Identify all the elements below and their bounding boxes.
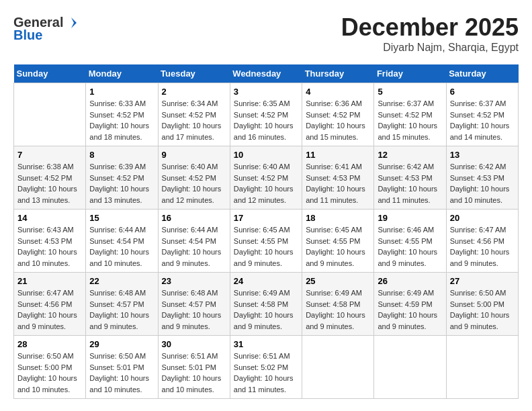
day-info: Sunrise: 6:43 AMSunset: 4:53 PMDaylight:… — [17, 224, 82, 269]
day-info: Sunrise: 6:51 AMSunset: 5:01 PMDaylight:… — [162, 351, 226, 395]
day-info: Sunrise: 6:45 AMSunset: 4:55 PMDaylight:… — [306, 224, 370, 269]
day-info: Sunrise: 6:33 AMSunset: 4:52 PMDaylight:… — [89, 98, 154, 142]
day-number: 13 — [450, 150, 515, 160]
day-number: 17 — [234, 213, 298, 223]
calendar-cell: 29Sunrise: 6:50 AMSunset: 5:01 PMDayligh… — [86, 336, 158, 399]
day-header-tuesday: Tuesday — [158, 64, 230, 83]
day-number: 26 — [378, 276, 442, 286]
day-info: Sunrise: 6:47 AMSunset: 4:56 PMDaylight:… — [450, 224, 515, 269]
calendar-cell: 23Sunrise: 6:48 AMSunset: 4:57 PMDayligh… — [158, 273, 230, 336]
day-info: Sunrise: 6:37 AMSunset: 4:52 PMDaylight:… — [378, 98, 442, 142]
calendar-cell: 16Sunrise: 6:44 AMSunset: 4:54 PMDayligh… — [158, 210, 230, 273]
calendar-cell: 24Sunrise: 6:49 AMSunset: 4:58 PMDayligh… — [230, 273, 302, 336]
day-number: 9 — [162, 150, 226, 160]
day-number: 18 — [306, 213, 370, 223]
day-info: Sunrise: 6:42 AMSunset: 4:53 PMDaylight:… — [450, 161, 515, 205]
calendar-cell: 30Sunrise: 6:51 AMSunset: 5:01 PMDayligh… — [158, 336, 230, 399]
calendar-cell — [14, 83, 86, 146]
calendar-cell: 22Sunrise: 6:48 AMSunset: 4:57 PMDayligh… — [86, 273, 158, 336]
day-number: 16 — [162, 213, 226, 223]
day-number: 24 — [234, 276, 298, 286]
day-info: Sunrise: 6:42 AMSunset: 4:53 PMDaylight:… — [378, 161, 442, 205]
day-number: 21 — [17, 276, 82, 286]
calendar-cell: 5Sunrise: 6:37 AMSunset: 4:52 PMDaylight… — [374, 83, 446, 146]
day-header-sunday: Sunday — [14, 64, 86, 83]
month-title: December 2025 — [341, 13, 519, 42]
calendar-week-row: 7Sunrise: 6:38 AMSunset: 4:52 PMDaylight… — [14, 146, 519, 210]
day-info: Sunrise: 6:47 AMSunset: 4:56 PMDaylight:… — [17, 287, 82, 332]
day-info: Sunrise: 6:36 AMSunset: 4:52 PMDaylight:… — [306, 98, 370, 142]
calendar-cell: 3Sunrise: 6:35 AMSunset: 4:52 PMDaylight… — [230, 83, 302, 146]
day-number: 19 — [378, 213, 442, 223]
day-info: Sunrise: 6:50 AMSunset: 5:00 PMDaylight:… — [450, 287, 515, 332]
day-number: 2 — [162, 87, 226, 97]
calendar-cell — [302, 336, 374, 399]
calendar-header-row: SundayMondayTuesdayWednesdayThursdayFrid… — [14, 64, 519, 83]
logo-bird-icon — [64, 16, 78, 30]
day-number: 29 — [89, 339, 154, 349]
day-info: Sunrise: 6:45 AMSunset: 4:55 PMDaylight:… — [234, 224, 298, 269]
day-number: 22 — [89, 276, 154, 286]
title-block: December 2025 Diyarb Najm, Sharqia, Egyp… — [341, 13, 519, 54]
day-info: Sunrise: 6:35 AMSunset: 4:52 PMDaylight:… — [234, 98, 298, 142]
day-info: Sunrise: 6:50 AMSunset: 5:01 PMDaylight:… — [89, 351, 154, 395]
day-number: 1 — [89, 87, 154, 97]
calendar-table: SundayMondayTuesdayWednesdayThursdayFrid… — [13, 64, 519, 399]
calendar-cell: 19Sunrise: 6:46 AMSunset: 4:55 PMDayligh… — [374, 210, 446, 273]
calendar-cell: 4Sunrise: 6:36 AMSunset: 4:52 PMDaylight… — [302, 83, 374, 146]
day-number: 31 — [234, 339, 298, 349]
day-info: Sunrise: 6:49 AMSunset: 4:58 PMDaylight:… — [306, 287, 370, 332]
day-number: 30 — [162, 339, 226, 349]
calendar-cell: 28Sunrise: 6:50 AMSunset: 5:00 PMDayligh… — [14, 336, 86, 399]
day-info: Sunrise: 6:50 AMSunset: 5:00 PMDaylight:… — [17, 351, 82, 395]
calendar-cell: 2Sunrise: 6:34 AMSunset: 4:52 PMDaylight… — [158, 83, 230, 146]
day-info: Sunrise: 6:49 AMSunset: 4:59 PMDaylight:… — [378, 287, 442, 332]
calendar-week-row: 28Sunrise: 6:50 AMSunset: 5:00 PMDayligh… — [14, 336, 519, 399]
day-number: 8 — [89, 150, 154, 160]
calendar-cell: 27Sunrise: 6:50 AMSunset: 5:00 PMDayligh… — [446, 273, 518, 336]
day-info: Sunrise: 6:40 AMSunset: 4:52 PMDaylight:… — [162, 161, 226, 205]
calendar-cell: 12Sunrise: 6:42 AMSunset: 4:53 PMDayligh… — [374, 146, 446, 210]
logo-blue: Blue — [13, 28, 42, 43]
calendar-week-row: 21Sunrise: 6:47 AMSunset: 4:56 PMDayligh… — [14, 273, 519, 336]
day-number: 7 — [17, 150, 82, 160]
calendar-cell: 31Sunrise: 6:51 AMSunset: 5:02 PMDayligh… — [230, 336, 302, 399]
calendar-cell: 14Sunrise: 6:43 AMSunset: 4:53 PMDayligh… — [14, 210, 86, 273]
day-number: 25 — [306, 276, 370, 286]
calendar-cell: 25Sunrise: 6:49 AMSunset: 4:58 PMDayligh… — [302, 273, 374, 336]
day-info: Sunrise: 6:41 AMSunset: 4:53 PMDaylight:… — [306, 161, 370, 205]
day-info: Sunrise: 6:44 AMSunset: 4:54 PMDaylight:… — [89, 224, 154, 269]
calendar-cell — [446, 336, 518, 399]
calendar-cell: 9Sunrise: 6:40 AMSunset: 4:52 PMDaylight… — [158, 146, 230, 210]
day-header-saturday: Saturday — [446, 64, 518, 83]
day-number: 14 — [17, 213, 82, 223]
day-info: Sunrise: 6:44 AMSunset: 4:54 PMDaylight:… — [162, 224, 226, 269]
day-info: Sunrise: 6:48 AMSunset: 4:57 PMDaylight:… — [89, 287, 154, 332]
day-number: 5 — [378, 87, 442, 97]
day-number: 23 — [162, 276, 226, 286]
calendar-cell: 11Sunrise: 6:41 AMSunset: 4:53 PMDayligh… — [302, 146, 374, 210]
day-info: Sunrise: 6:38 AMSunset: 4:52 PMDaylight:… — [17, 161, 82, 205]
day-number: 11 — [306, 150, 370, 160]
svg-marker-3 — [71, 17, 77, 28]
day-number: 27 — [450, 276, 515, 286]
calendar-cell: 13Sunrise: 6:42 AMSunset: 4:53 PMDayligh… — [446, 146, 518, 210]
day-header-friday: Friday — [374, 64, 446, 83]
day-info: Sunrise: 6:37 AMSunset: 4:52 PMDaylight:… — [450, 98, 515, 142]
calendar-cell: 15Sunrise: 6:44 AMSunset: 4:54 PMDayligh… — [86, 210, 158, 273]
day-number: 4 — [306, 87, 370, 97]
page-header: General Blue General Blue December 2025 … — [13, 13, 519, 54]
calendar-cell: 26Sunrise: 6:49 AMSunset: 4:59 PMDayligh… — [374, 273, 446, 336]
location: Diyarb Najm, Sharqia, Egypt — [341, 42, 519, 54]
day-number: 20 — [450, 213, 515, 223]
calendar-cell: 17Sunrise: 6:45 AMSunset: 4:55 PMDayligh… — [230, 210, 302, 273]
day-number: 12 — [378, 150, 442, 160]
day-header-thursday: Thursday — [302, 64, 374, 83]
calendar-week-row: 1Sunrise: 6:33 AMSunset: 4:52 PMDaylight… — [14, 83, 519, 146]
day-info: Sunrise: 6:34 AMSunset: 4:52 PMDaylight:… — [162, 98, 226, 142]
calendar-cell: 1Sunrise: 6:33 AMSunset: 4:52 PMDaylight… — [86, 83, 158, 146]
day-number: 6 — [450, 87, 515, 97]
calendar-cell: 6Sunrise: 6:37 AMSunset: 4:52 PMDaylight… — [446, 83, 518, 146]
day-number: 15 — [89, 213, 154, 223]
day-info: Sunrise: 6:46 AMSunset: 4:55 PMDaylight:… — [378, 224, 442, 269]
